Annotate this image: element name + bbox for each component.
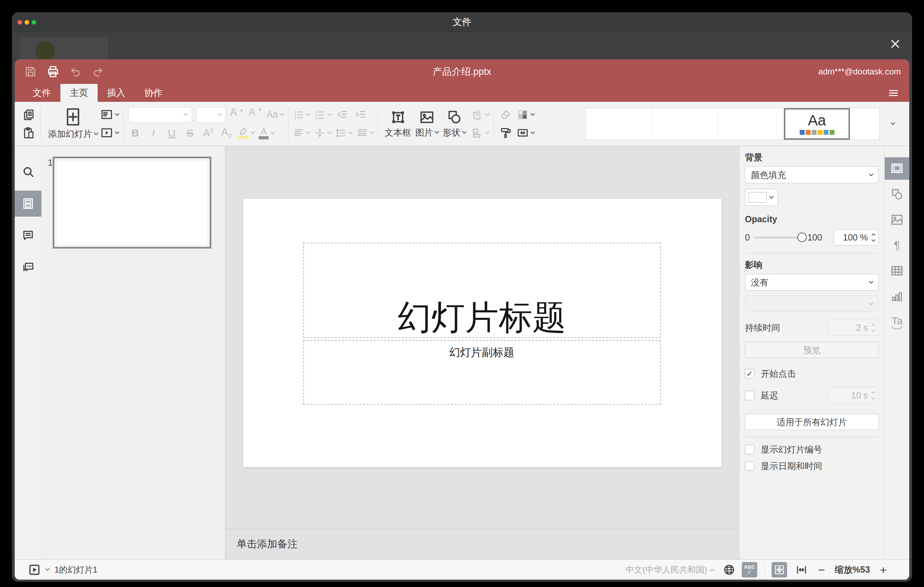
- subtitle-placeholder[interactable]: 幻灯片副标题: [303, 340, 661, 405]
- opacity-spinner[interactable]: 100 %: [834, 229, 879, 246]
- subscript-button[interactable]: A2: [219, 125, 233, 141]
- spell-check-button[interactable]: ABC ✓: [742, 562, 757, 577]
- tab-collaboration[interactable]: 协作: [135, 84, 172, 102]
- opacity-slider[interactable]: [753, 237, 805, 238]
- opacity-slider-knob[interactable]: [797, 233, 807, 242]
- preview-button[interactable]: 预览: [745, 342, 879, 358]
- tab-file[interactable]: 文件: [23, 84, 60, 102]
- columns-button[interactable]: [356, 125, 373, 141]
- line-spacing-button[interactable]: [335, 125, 352, 141]
- slide-layout-button[interactable]: [101, 107, 119, 122]
- insert-shape-button[interactable]: 形状: [441, 110, 468, 139]
- superscript-button[interactable]: A2: [201, 125, 215, 141]
- show-slide-number-checkbox[interactable]: [745, 445, 754, 454]
- slide[interactable]: 幻灯片标题 幻灯片副标题: [243, 199, 721, 467]
- show-date-time-checkbox[interactable]: [745, 461, 754, 471]
- set-language-button[interactable]: [723, 564, 736, 576]
- color-scheme-button[interactable]: [517, 107, 534, 122]
- duration-spinner[interactable]: 2 s: [827, 320, 879, 336]
- fit-width-button[interactable]: [795, 564, 807, 576]
- rail-item-textart-settings[interactable]: Ta: [885, 311, 909, 333]
- effect-select[interactable]: 没有: [745, 274, 879, 291]
- start-on-click-checkbox[interactable]: ✓: [745, 369, 754, 378]
- paste-button[interactable]: [22, 125, 36, 141]
- theme-item[interactable]: [586, 108, 652, 140]
- notes-area[interactable]: 单击添加备注: [225, 529, 739, 559]
- fit-slide-button[interactable]: [772, 562, 787, 577]
- copy-style-button[interactable]: [498, 125, 513, 141]
- zoom-in-button[interactable]: +: [880, 564, 887, 576]
- clear-style-button[interactable]: [498, 107, 513, 122]
- spinner-arrows-icon[interactable]: [872, 324, 875, 331]
- increase-font-button[interactable]: A ▲: [230, 107, 244, 122]
- decrease-indent-button[interactable]: [335, 107, 349, 122]
- start-on-click-label: 开始点击: [761, 368, 796, 379]
- minimize-traffic-icon[interactable]: [25, 20, 29, 25]
- sidebar-item-comments[interactable]: [15, 223, 41, 249]
- tab-insert[interactable]: 插入: [97, 84, 135, 102]
- zoom-out-button[interactable]: −: [818, 564, 825, 576]
- insert-textbox-button[interactable]: 文本框: [383, 110, 413, 139]
- delay-checkbox[interactable]: [745, 391, 754, 400]
- fill-type-select[interactable]: 颜色填充: [745, 167, 879, 183]
- fill-color-button[interactable]: [745, 189, 778, 206]
- vertical-align-button[interactable]: [314, 125, 331, 141]
- font-size-select[interactable]: [196, 107, 226, 122]
- shape-align-button[interactable]: [472, 125, 489, 141]
- rail-item-table-settings[interactable]: [885, 260, 909, 282]
- font-name-select[interactable]: [128, 107, 192, 122]
- redo-button[interactable]: [91, 64, 105, 79]
- rail-item-shape-settings[interactable]: [885, 183, 909, 205]
- rail-item-slide-settings[interactable]: [885, 157, 909, 180]
- rail-item-chart-settings[interactable]: [885, 285, 909, 308]
- close-traffic-icon[interactable]: [18, 20, 22, 25]
- decrease-font-button[interactable]: A ▼: [248, 107, 262, 122]
- theme-gallery-expand-button[interactable]: [885, 108, 900, 140]
- bullet-list-button[interactable]: [293, 107, 310, 122]
- chevron-down-icon[interactable]: [45, 566, 50, 571]
- add-slide-button[interactable]: 添加幻灯片: [45, 108, 101, 140]
- underline-button[interactable]: U: [165, 125, 179, 141]
- delay-spinner[interactable]: 10 s: [827, 387, 879, 403]
- theme-item[interactable]: [718, 108, 784, 140]
- maximize-traffic-icon[interactable]: [31, 20, 36, 25]
- numbered-list-button[interactable]: 123: [314, 107, 331, 122]
- undo-button[interactable]: [68, 64, 83, 79]
- language-selector[interactable]: 中文(中华人民共和国): [625, 564, 714, 575]
- rail-item-paragraph-settings[interactable]: ¶: [885, 234, 909, 257]
- insert-image-button[interactable]: 图片: [413, 110, 441, 139]
- start-slideshow-status-button[interactable]: [28, 564, 41, 576]
- sidebar-item-slides[interactable]: [15, 191, 41, 217]
- slide-canvas[interactable]: 幻灯片标题 幻灯片副标题: [225, 146, 739, 529]
- effect-type-select[interactable]: [745, 295, 879, 312]
- copy-button[interactable]: [22, 107, 36, 122]
- menu-button[interactable]: [888, 87, 899, 99]
- change-case-button[interactable]: Aa: [266, 107, 284, 122]
- start-slideshow-button[interactable]: [101, 125, 119, 141]
- slide-thumbnail[interactable]: [53, 157, 211, 249]
- print-button[interactable]: [46, 64, 60, 79]
- bold-button[interactable]: B: [128, 125, 142, 141]
- sidebar-item-chat[interactable]: [15, 254, 41, 280]
- title-placeholder[interactable]: 幻灯片标题: [303, 242, 661, 338]
- arrange-button[interactable]: [472, 107, 489, 122]
- font-color-button[interactable]: A: [259, 125, 274, 141]
- sidebar-item-search[interactable]: [15, 159, 41, 185]
- save-button[interactable]: [23, 64, 38, 79]
- theme-item[interactable]: [652, 108, 718, 140]
- theme-item[interactable]: [850, 108, 879, 140]
- highlight-color-button[interactable]: [238, 125, 254, 141]
- strikethrough-button[interactable]: S: [183, 125, 197, 141]
- theme-item-selected[interactable]: Aa: [784, 108, 850, 140]
- horizontal-align-button[interactable]: [293, 125, 310, 141]
- increase-indent-button[interactable]: [353, 107, 368, 122]
- spinner-arrows-icon[interactable]: [872, 234, 875, 241]
- rail-item-image-settings[interactable]: [885, 209, 909, 231]
- italic-button[interactable]: I: [147, 125, 160, 141]
- close-dialog-button[interactable]: [888, 36, 903, 52]
- spinner-arrows-icon[interactable]: [872, 392, 875, 399]
- slide-size-button[interactable]: [517, 125, 534, 141]
- apply-to-all-button[interactable]: 适用于所有幻灯片: [745, 414, 879, 430]
- tab-home[interactable]: 主页: [60, 84, 97, 102]
- chevron-down-icon: [891, 120, 895, 125]
